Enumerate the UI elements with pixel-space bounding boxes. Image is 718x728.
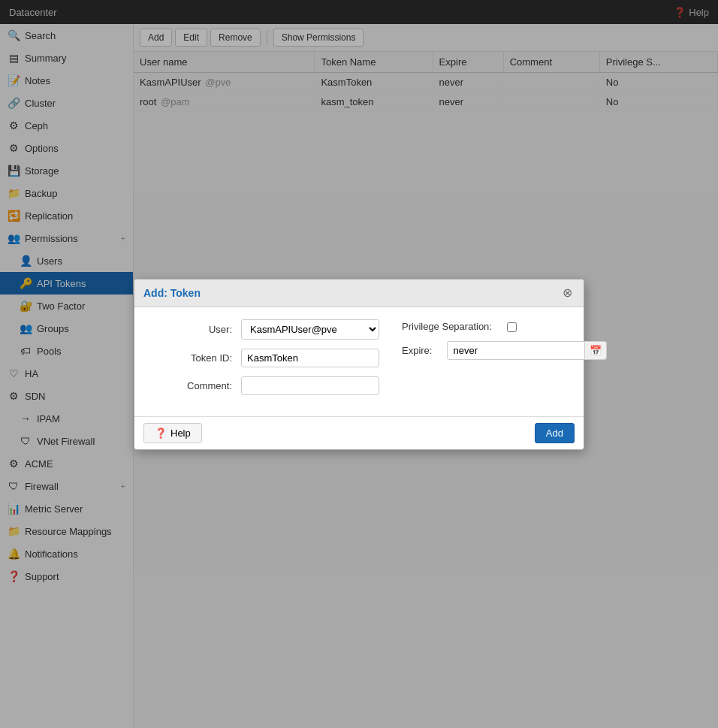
help-dialog-icon: ❓ [155, 427, 167, 439]
user-select[interactable]: KasmAPIUser@pveroot@pam [241, 319, 379, 340]
expire-input[interactable] [448, 342, 584, 359]
comment-label: Comment: [149, 380, 232, 391]
expire-row: Expire: 📅 [402, 341, 607, 360]
add-token-button[interactable]: Add [535, 423, 575, 443]
privilege-sep-checkbox[interactable] [507, 322, 517, 332]
add-token-modal: Add: Token ⊗ User: KasmAPIUser@pveroot@p… [134, 279, 584, 450]
user-label: User: [149, 324, 232, 335]
token-id-input[interactable] [241, 349, 379, 367]
expire-label: Expire: [402, 345, 432, 356]
expire-calendar-button[interactable]: 📅 [584, 342, 606, 359]
modal-title: Add: Token [143, 287, 201, 299]
modal-overlay: Add: Token ⊗ User: KasmAPIUser@pveroot@p… [0, 0, 718, 728]
comment-row: Comment: [149, 376, 379, 395]
comment-input[interactable] [241, 376, 379, 395]
modal-header: Add: Token ⊗ [134, 279, 584, 307]
token-id-row: Token ID: [149, 349, 379, 367]
privilege-sep-label: Privilege Separation: [402, 321, 492, 332]
help-dialog-button[interactable]: ❓ Help [143, 423, 202, 443]
modal-close-button[interactable]: ⊗ [560, 285, 575, 301]
modal-footer: ❓ Help Add [134, 416, 584, 449]
user-row: User: KasmAPIUser@pveroot@pam [149, 319, 379, 340]
privilege-sep-row: Privilege Separation: [402, 321, 607, 332]
modal-body: User: KasmAPIUser@pveroot@pam Token ID: … [134, 307, 584, 416]
token-id-label: Token ID: [149, 352, 232, 364]
